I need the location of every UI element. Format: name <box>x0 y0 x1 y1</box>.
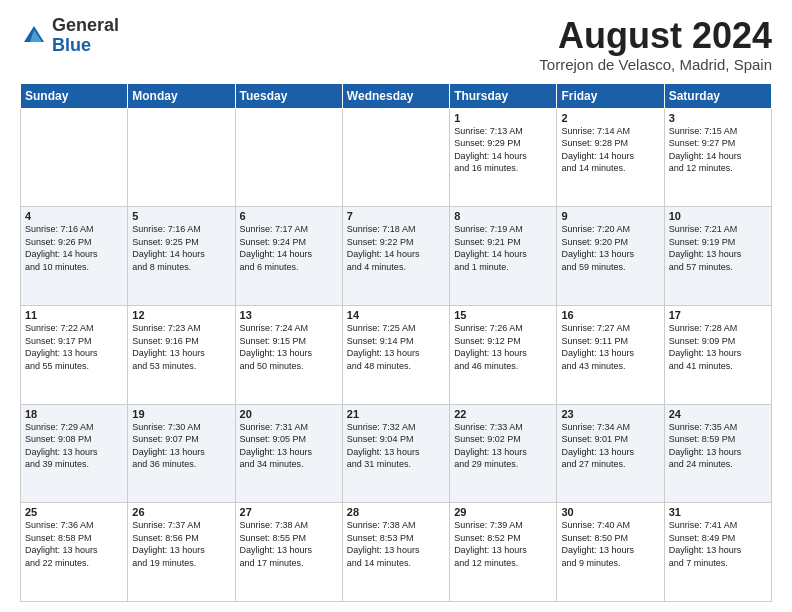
day-number: 5 <box>132 210 230 222</box>
day-header-wednesday: Wednesday <box>342 83 449 108</box>
day-info: Sunrise: 7:24 AM Sunset: 9:15 PM Dayligh… <box>240 322 338 372</box>
day-cell: 26Sunrise: 7:37 AM Sunset: 8:56 PM Dayli… <box>128 503 235 602</box>
day-info: Sunrise: 7:36 AM Sunset: 8:58 PM Dayligh… <box>25 519 123 569</box>
day-header-friday: Friday <box>557 83 664 108</box>
day-info: Sunrise: 7:38 AM Sunset: 8:55 PM Dayligh… <box>240 519 338 569</box>
day-info: Sunrise: 7:20 AM Sunset: 9:20 PM Dayligh… <box>561 223 659 273</box>
day-cell: 5Sunrise: 7:16 AM Sunset: 9:25 PM Daylig… <box>128 207 235 306</box>
day-info: Sunrise: 7:34 AM Sunset: 9:01 PM Dayligh… <box>561 421 659 471</box>
day-number: 24 <box>669 408 767 420</box>
logo: General Blue <box>20 16 119 56</box>
day-number: 11 <box>25 309 123 321</box>
logo-icon <box>20 22 48 50</box>
day-info: Sunrise: 7:15 AM Sunset: 9:27 PM Dayligh… <box>669 125 767 175</box>
day-number: 27 <box>240 506 338 518</box>
day-cell: 13Sunrise: 7:24 AM Sunset: 9:15 PM Dayli… <box>235 305 342 404</box>
week-row-1: 1Sunrise: 7:13 AM Sunset: 9:29 PM Daylig… <box>21 108 772 207</box>
day-number: 21 <box>347 408 445 420</box>
day-info: Sunrise: 7:40 AM Sunset: 8:50 PM Dayligh… <box>561 519 659 569</box>
day-cell <box>128 108 235 207</box>
day-cell: 11Sunrise: 7:22 AM Sunset: 9:17 PM Dayli… <box>21 305 128 404</box>
day-number: 30 <box>561 506 659 518</box>
day-cell: 31Sunrise: 7:41 AM Sunset: 8:49 PM Dayli… <box>664 503 771 602</box>
day-info: Sunrise: 7:37 AM Sunset: 8:56 PM Dayligh… <box>132 519 230 569</box>
day-number: 15 <box>454 309 552 321</box>
day-number: 23 <box>561 408 659 420</box>
day-cell: 28Sunrise: 7:38 AM Sunset: 8:53 PM Dayli… <box>342 503 449 602</box>
day-number: 18 <box>25 408 123 420</box>
day-cell: 17Sunrise: 7:28 AM Sunset: 9:09 PM Dayli… <box>664 305 771 404</box>
day-number: 3 <box>669 112 767 124</box>
week-row-5: 25Sunrise: 7:36 AM Sunset: 8:58 PM Dayli… <box>21 503 772 602</box>
day-cell: 22Sunrise: 7:33 AM Sunset: 9:02 PM Dayli… <box>450 404 557 503</box>
page: General Blue August 2024 Torrejon de Vel… <box>0 0 792 612</box>
day-cell: 10Sunrise: 7:21 AM Sunset: 9:19 PM Dayli… <box>664 207 771 306</box>
logo-blue: Blue <box>52 36 119 56</box>
day-cell: 4Sunrise: 7:16 AM Sunset: 9:26 PM Daylig… <box>21 207 128 306</box>
day-number: 29 <box>454 506 552 518</box>
day-number: 6 <box>240 210 338 222</box>
header: General Blue August 2024 Torrejon de Vel… <box>20 16 772 73</box>
day-info: Sunrise: 7:39 AM Sunset: 8:52 PM Dayligh… <box>454 519 552 569</box>
day-cell: 16Sunrise: 7:27 AM Sunset: 9:11 PM Dayli… <box>557 305 664 404</box>
day-cell: 12Sunrise: 7:23 AM Sunset: 9:16 PM Dayli… <box>128 305 235 404</box>
day-cell: 14Sunrise: 7:25 AM Sunset: 9:14 PM Dayli… <box>342 305 449 404</box>
day-cell: 3Sunrise: 7:15 AM Sunset: 9:27 PM Daylig… <box>664 108 771 207</box>
day-info: Sunrise: 7:16 AM Sunset: 9:26 PM Dayligh… <box>25 223 123 273</box>
day-number: 4 <box>25 210 123 222</box>
day-cell: 21Sunrise: 7:32 AM Sunset: 9:04 PM Dayli… <box>342 404 449 503</box>
day-header-monday: Monday <box>128 83 235 108</box>
day-cell: 19Sunrise: 7:30 AM Sunset: 9:07 PM Dayli… <box>128 404 235 503</box>
day-cell: 27Sunrise: 7:38 AM Sunset: 8:55 PM Dayli… <box>235 503 342 602</box>
day-number: 26 <box>132 506 230 518</box>
day-cell: 23Sunrise: 7:34 AM Sunset: 9:01 PM Dayli… <box>557 404 664 503</box>
day-info: Sunrise: 7:31 AM Sunset: 9:05 PM Dayligh… <box>240 421 338 471</box>
day-number: 12 <box>132 309 230 321</box>
day-header-saturday: Saturday <box>664 83 771 108</box>
day-info: Sunrise: 7:21 AM Sunset: 9:19 PM Dayligh… <box>669 223 767 273</box>
day-number: 31 <box>669 506 767 518</box>
day-number: 8 <box>454 210 552 222</box>
day-number: 25 <box>25 506 123 518</box>
day-number: 28 <box>347 506 445 518</box>
header-row: SundayMondayTuesdayWednesdayThursdayFrid… <box>21 83 772 108</box>
day-cell <box>342 108 449 207</box>
day-cell: 8Sunrise: 7:19 AM Sunset: 9:21 PM Daylig… <box>450 207 557 306</box>
day-number: 1 <box>454 112 552 124</box>
day-number: 9 <box>561 210 659 222</box>
calendar-header: SundayMondayTuesdayWednesdayThursdayFrid… <box>21 83 772 108</box>
week-row-2: 4Sunrise: 7:16 AM Sunset: 9:26 PM Daylig… <box>21 207 772 306</box>
day-info: Sunrise: 7:19 AM Sunset: 9:21 PM Dayligh… <box>454 223 552 273</box>
day-cell <box>235 108 342 207</box>
day-info: Sunrise: 7:16 AM Sunset: 9:25 PM Dayligh… <box>132 223 230 273</box>
location-title: Torrejon de Velasco, Madrid, Spain <box>539 56 772 73</box>
day-cell: 15Sunrise: 7:26 AM Sunset: 9:12 PM Dayli… <box>450 305 557 404</box>
logo-text: General Blue <box>52 16 119 56</box>
calendar-body: 1Sunrise: 7:13 AM Sunset: 9:29 PM Daylig… <box>21 108 772 601</box>
day-info: Sunrise: 7:18 AM Sunset: 9:22 PM Dayligh… <box>347 223 445 273</box>
week-row-4: 18Sunrise: 7:29 AM Sunset: 9:08 PM Dayli… <box>21 404 772 503</box>
day-number: 2 <box>561 112 659 124</box>
day-info: Sunrise: 7:32 AM Sunset: 9:04 PM Dayligh… <box>347 421 445 471</box>
day-number: 16 <box>561 309 659 321</box>
day-info: Sunrise: 7:35 AM Sunset: 8:59 PM Dayligh… <box>669 421 767 471</box>
day-info: Sunrise: 7:22 AM Sunset: 9:17 PM Dayligh… <box>25 322 123 372</box>
day-number: 7 <box>347 210 445 222</box>
day-cell: 30Sunrise: 7:40 AM Sunset: 8:50 PM Dayli… <box>557 503 664 602</box>
day-cell: 6Sunrise: 7:17 AM Sunset: 9:24 PM Daylig… <box>235 207 342 306</box>
day-info: Sunrise: 7:23 AM Sunset: 9:16 PM Dayligh… <box>132 322 230 372</box>
day-info: Sunrise: 7:30 AM Sunset: 9:07 PM Dayligh… <box>132 421 230 471</box>
day-cell: 18Sunrise: 7:29 AM Sunset: 9:08 PM Dayli… <box>21 404 128 503</box>
day-header-tuesday: Tuesday <box>235 83 342 108</box>
day-number: 20 <box>240 408 338 420</box>
day-info: Sunrise: 7:38 AM Sunset: 8:53 PM Dayligh… <box>347 519 445 569</box>
day-info: Sunrise: 7:25 AM Sunset: 9:14 PM Dayligh… <box>347 322 445 372</box>
day-header-thursday: Thursday <box>450 83 557 108</box>
day-number: 22 <box>454 408 552 420</box>
day-header-sunday: Sunday <box>21 83 128 108</box>
day-number: 10 <box>669 210 767 222</box>
day-info: Sunrise: 7:27 AM Sunset: 9:11 PM Dayligh… <box>561 322 659 372</box>
title-block: August 2024 Torrejon de Velasco, Madrid,… <box>539 16 772 73</box>
day-number: 19 <box>132 408 230 420</box>
day-cell: 7Sunrise: 7:18 AM Sunset: 9:22 PM Daylig… <box>342 207 449 306</box>
